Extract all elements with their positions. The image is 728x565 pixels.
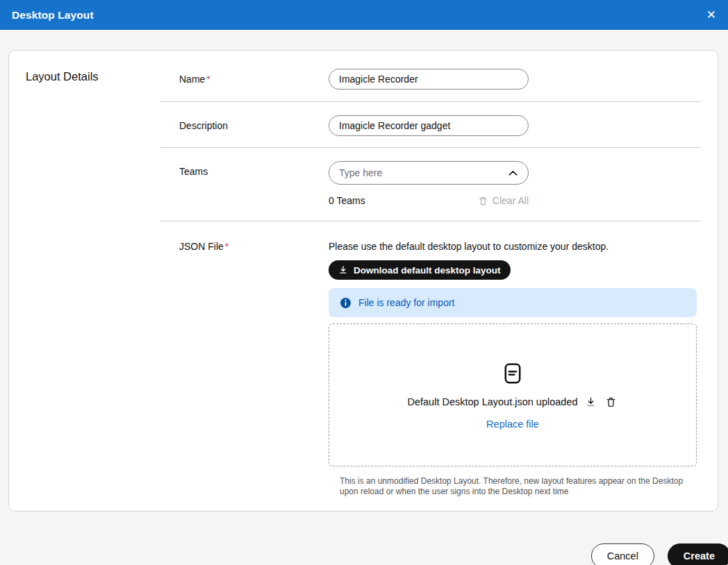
json-instruction: Please use the default desktop layout to… (329, 236, 697, 252)
description-input[interactable] (329, 115, 529, 136)
json-file-row: JSON File* Please use the default deskto… (160, 221, 701, 497)
info-banner: File is ready for import (329, 288, 697, 317)
required-asterisk: * (225, 241, 229, 252)
uploaded-file-line: Default Desktop Layout.json uploaded (407, 395, 618, 410)
teams-row: Teams 0 Teams Clear All (160, 148, 701, 221)
teams-input[interactable] (339, 167, 507, 178)
json-file-label: JSON File* (160, 236, 329, 497)
dialog-header: Desktop Layout ✕ (0, 0, 728, 30)
form-column: Name* Description Teams (160, 51, 701, 511)
name-input[interactable] (329, 69, 529, 90)
name-row: Name* (160, 51, 701, 102)
teams-label: Teams (160, 161, 329, 206)
download-default-layout-button[interactable]: Download default desktop layout (329, 260, 511, 280)
cancel-button[interactable]: Cancel (591, 543, 654, 565)
replace-file-link[interactable]: Replace file (486, 419, 539, 430)
section-title: Layout Details (26, 70, 160, 83)
info-banner-text: File is ready for import (358, 297, 454, 308)
clear-all-label: Clear All (493, 195, 529, 206)
trash-icon (478, 196, 488, 206)
download-button-label: Download default desktop layout (354, 265, 501, 276)
dialog-title: Desktop Layout (12, 9, 94, 22)
download-file-icon[interactable] (584, 395, 598, 410)
section-column: Layout Details (9, 51, 160, 511)
info-icon (340, 297, 351, 309)
description-label: Description (160, 115, 329, 136)
document-icon (500, 361, 525, 386)
create-button[interactable]: Create (668, 543, 728, 565)
teams-meta-row: 0 Teams Clear All (329, 195, 529, 206)
delete-file-icon[interactable] (604, 395, 618, 410)
required-asterisk: * (206, 74, 210, 85)
close-icon[interactable]: ✕ (706, 9, 716, 21)
name-label: Name* (160, 69, 329, 90)
layout-details-card: Layout Details Name* Description Teams (8, 50, 718, 512)
file-dropzone[interactable]: Default Desktop Layout.json uploaded Rep… (329, 323, 697, 466)
description-row: Description (160, 102, 701, 148)
dialog-footer: Cancel Create (591, 543, 728, 565)
clear-all-button[interactable]: Clear All (478, 195, 529, 206)
uploaded-file-text: Default Desktop Layout.json uploaded (407, 396, 577, 407)
download-icon (338, 265, 348, 275)
unmodified-layout-note: This is an unmodified Desktop Layout. Th… (340, 476, 687, 497)
teams-count: 0 Teams (329, 195, 365, 206)
chevron-up-icon[interactable] (507, 167, 519, 179)
teams-combobox[interactable] (329, 161, 529, 185)
